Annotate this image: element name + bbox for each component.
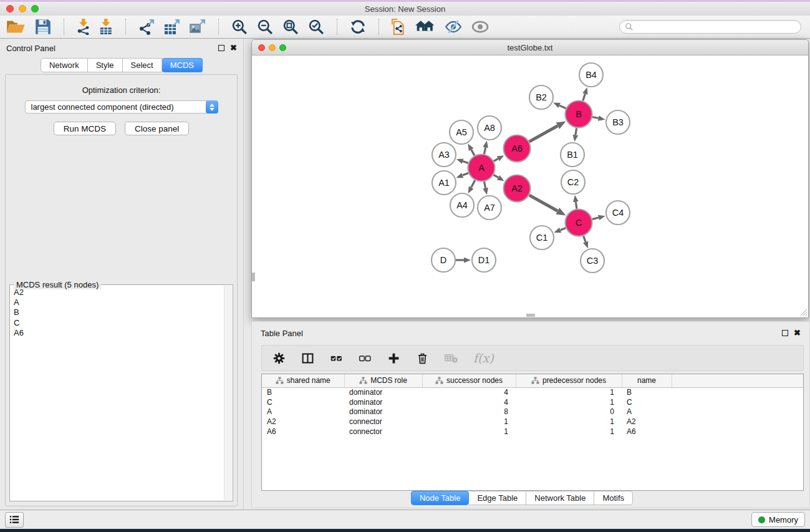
column-header-successor-nodes[interactable]: successor nodes <box>422 374 516 387</box>
cell[interactable]: 1 <box>516 387 622 397</box>
edge-A-A3[interactable] <box>463 162 468 163</box>
node-A[interactable]: A <box>468 155 495 181</box>
close-panel-button[interactable]: Close panel <box>125 122 189 135</box>
minimize-view-button[interactable] <box>269 44 276 51</box>
cell[interactable]: A6 <box>622 427 672 437</box>
table-row[interactable]: Adominator80A <box>262 407 803 417</box>
search-input[interactable] <box>637 22 796 31</box>
result-item[interactable]: A6 <box>14 328 223 338</box>
cell[interactable]: dominator <box>344 407 422 417</box>
delete-column-icon[interactable] <box>416 352 429 365</box>
cell[interactable]: 4 <box>422 397 516 407</box>
tab-edge-table[interactable]: Edge Table <box>469 491 526 505</box>
zoom-view-button[interactable] <box>279 44 286 51</box>
node-C[interactable]: C <box>566 210 592 236</box>
run-mcds-button[interactable]: Run MCDS <box>54 122 116 135</box>
cell[interactable]: 1 <box>422 427 516 437</box>
edge-A6-B[interactable] <box>529 126 558 142</box>
node-A1[interactable]: A1 <box>432 171 456 195</box>
export-table-icon[interactable] <box>164 19 180 35</box>
edge-A-A1[interactable] <box>463 173 468 175</box>
tab-select[interactable]: Select <box>123 58 162 72</box>
edge-B-B3[interactable] <box>592 117 599 118</box>
node-B3[interactable]: B3 <box>606 110 630 134</box>
memory-button[interactable]: Memory <box>751 512 805 527</box>
cell[interactable]: 1 <box>516 427 622 437</box>
close-view-button[interactable] <box>258 44 265 51</box>
node-C2[interactable]: C2 <box>561 170 585 194</box>
result-item[interactable]: C <box>14 318 223 328</box>
hide-selected-icon[interactable] <box>445 19 462 35</box>
result-item[interactable]: A2 <box>14 288 223 297</box>
edge-A-A2[interactable] <box>494 175 499 177</box>
node-C3[interactable]: C3 <box>581 249 604 273</box>
edge-A-A6[interactable] <box>494 159 498 162</box>
vertical-scrollbar-thumb[interactable] <box>252 273 255 281</box>
node-B1[interactable]: B1 <box>561 143 584 167</box>
cell[interactable]: A <box>622 407 672 417</box>
search-box[interactable] <box>619 20 801 34</box>
edge-C-C4[interactable] <box>592 218 599 220</box>
tab-network-table[interactable]: Network Table <box>526 491 594 505</box>
zoom-window-button[interactable] <box>31 5 39 12</box>
cell[interactable]: 8 <box>422 407 516 417</box>
table-row[interactable]: Cdominator41C <box>262 397 803 407</box>
add-column-icon[interactable] <box>387 352 400 365</box>
horizontal-scrollbar-thumb[interactable] <box>526 314 535 317</box>
result-scrollbar[interactable] <box>224 286 232 500</box>
cell[interactable]: A6 <box>262 427 344 437</box>
export-network-icon[interactable] <box>138 19 155 35</box>
cell[interactable]: 4 <box>422 387 516 397</box>
column-header-predecessor-nodes[interactable]: predecessor nodes <box>516 374 622 387</box>
edge-B-B1[interactable] <box>576 128 577 135</box>
node-B4[interactable]: B4 <box>579 63 603 87</box>
edge-A-A7[interactable] <box>485 181 486 188</box>
cell[interactable]: 1 <box>422 417 516 427</box>
node-C4[interactable]: C4 <box>606 201 630 225</box>
edge-C-C2[interactable] <box>576 202 577 209</box>
cell[interactable]: connector <box>344 427 422 437</box>
save-session-icon[interactable] <box>35 19 51 35</box>
tab-motifs[interactable]: Motifs <box>594 491 633 505</box>
clone-network-icon[interactable] <box>392 19 405 35</box>
close-table-panel-icon[interactable]: ✖ <box>794 330 801 336</box>
cell[interactable]: connector <box>344 417 422 427</box>
export-image-icon[interactable] <box>190 19 206 35</box>
tab-node-table[interactable]: Node Table <box>411 491 470 505</box>
edge-A-A8[interactable] <box>485 147 486 154</box>
node-A5[interactable]: A5 <box>450 120 473 144</box>
cell[interactable]: B <box>622 387 672 397</box>
tab-style[interactable]: Style <box>88 58 123 72</box>
optimization-select[interactable]: largest connected component (directed) <box>25 100 218 114</box>
refresh-icon[interactable] <box>350 19 366 35</box>
show-all-icon[interactable] <box>471 19 489 35</box>
node-D1[interactable]: D1 <box>472 248 496 272</box>
edge-A-A4[interactable] <box>471 180 475 188</box>
result-item[interactable]: A <box>14 297 223 307</box>
cell[interactable]: 0 <box>516 407 622 417</box>
column-header-name[interactable]: name <box>622 374 672 387</box>
edge-C-C3[interactable] <box>584 236 586 242</box>
task-history-button[interactable] <box>5 512 24 528</box>
node-D[interactable]: D <box>432 248 455 272</box>
edge-C-C1[interactable] <box>561 228 566 230</box>
node-A6[interactable]: A6 <box>504 135 531 162</box>
select-all-checkboxes-icon[interactable] <box>330 352 343 365</box>
cell[interactable]: dominator <box>344 387 422 397</box>
cell[interactable]: C <box>262 397 344 407</box>
node-A7[interactable]: A7 <box>478 196 501 220</box>
minimize-window-button[interactable] <box>19 5 26 12</box>
zoom-out-icon[interactable] <box>257 19 273 35</box>
edge-A-A5[interactable] <box>471 150 475 156</box>
node-B[interactable]: B <box>566 101 592 128</box>
tab-network[interactable]: Network <box>41 58 88 72</box>
cell[interactable]: C <box>622 397 672 407</box>
edge-B-B4[interactable] <box>583 94 586 101</box>
zoom-in-icon[interactable] <box>231 19 248 35</box>
zoom-selected-icon[interactable] <box>308 19 324 35</box>
zoom-fit-icon[interactable] <box>282 19 299 35</box>
node-B2[interactable]: B2 <box>529 85 553 109</box>
split-table-icon[interactable] <box>301 352 314 365</box>
network-canvas[interactable]: B4B2BB3A5A8A6B1A3AC2A1A2A4A7C4CC1C3DD1 <box>252 56 808 317</box>
cell[interactable]: A2 <box>262 417 344 427</box>
